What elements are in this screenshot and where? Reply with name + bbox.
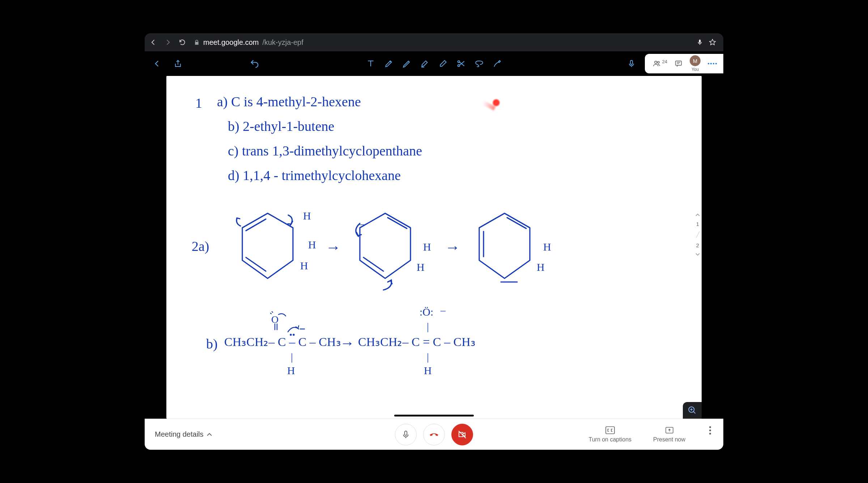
- carbanion-detail: [286, 324, 311, 342]
- address-bar[interactable]: meet.google.com/kuk-yzja-epf: [192, 38, 692, 47]
- you-label: You: [692, 67, 699, 72]
- present-icon: [665, 426, 674, 434]
- forward-button[interactable]: [163, 37, 173, 47]
- text-tool-icon[interactable]: [365, 58, 376, 69]
- formula-left: CH₃CH₂– C – C – CH₃: [224, 335, 341, 349]
- captions-label: Turn on captions: [588, 436, 631, 443]
- page-total: 2: [696, 242, 699, 248]
- chat-button[interactable]: [675, 60, 682, 68]
- h-label-7: H: [537, 261, 545, 274]
- zoom-in-button[interactable]: [683, 402, 702, 419]
- formula-pipe-bottom: |: [427, 351, 429, 363]
- meeting-details-label: Meeting details: [155, 430, 204, 439]
- whiteboard: 1 a) C is 4-methyl-2-hexene b) 2-ethyl-1…: [166, 76, 702, 419]
- oxygen-right-minus: –: [441, 304, 446, 316]
- svg-rect-9: [405, 431, 407, 435]
- notes-toolbar: 24 M You: [145, 51, 723, 76]
- participants-button[interactable]: 24: [653, 60, 667, 68]
- page-current: 1: [696, 221, 699, 227]
- h-bottom-left: H: [287, 364, 295, 377]
- reload-button[interactable]: [177, 37, 187, 47]
- home-indicator: [394, 415, 474, 416]
- oxygen-right: :Ö:: [420, 306, 433, 319]
- h-label-3: H: [300, 260, 308, 272]
- chevron-down-icon: [695, 253, 700, 256]
- svg-point-4: [658, 61, 659, 63]
- undo-icon[interactable]: [249, 58, 260, 69]
- meet-controls-bar: Meeting details Turn on captions Present…: [145, 419, 723, 450]
- q1-number: 1: [195, 95, 202, 111]
- answer-1a: a) C is 4-methyl-2-hexene: [217, 94, 361, 110]
- answer-1b: b) 2-ethyl-1-butene: [228, 119, 334, 134]
- q2a-label: 2a): [192, 239, 209, 255]
- people-icon: [653, 60, 661, 68]
- lasso-tool-icon[interactable]: [473, 58, 485, 69]
- hexagon-diagram-1: [230, 206, 306, 289]
- meeting-details-button[interactable]: Meeting details: [155, 430, 212, 439]
- presentation-area: 1 a) C is 4-methyl-2-hexene b) 2-ethyl-1…: [145, 76, 723, 419]
- formula-arrow: →: [340, 335, 354, 351]
- h-label-1: H: [303, 210, 311, 222]
- chevron-up-icon: [207, 432, 212, 437]
- highlighter-tool-icon[interactable]: [419, 58, 431, 69]
- reaction-arrow-2: →: [445, 239, 460, 256]
- voice-search-icon[interactable]: [697, 39, 703, 46]
- h-label-6: H: [543, 241, 551, 253]
- camera-off-button[interactable]: [451, 424, 473, 445]
- svg-rect-5: [676, 61, 682, 65]
- present-button[interactable]: Present now: [653, 426, 685, 443]
- h-label-4: H: [423, 241, 431, 253]
- reaction-arrow-1: →: [326, 239, 341, 256]
- more-options-button[interactable]: [707, 426, 713, 435]
- url-host: meet.google.com: [203, 38, 259, 47]
- formula-right: CH₃CH₂– C = C – CH₃: [358, 335, 476, 349]
- browser-window: meet.google.com/kuk-yzja-epf: [145, 33, 723, 450]
- leave-call-button[interactable]: [423, 424, 445, 445]
- page-navigator[interactable]: 1 ╱ 2: [695, 213, 700, 256]
- h-label-5: H: [417, 261, 425, 274]
- svg-rect-10: [606, 427, 614, 434]
- svg-point-3: [655, 61, 657, 63]
- hexagon-diagram-3: [467, 206, 542, 289]
- browser-toolbar: meet.google.com/kuk-yzja-epf: [145, 33, 723, 51]
- lock-icon: [194, 39, 200, 45]
- back-button[interactable]: [148, 37, 158, 47]
- avatar: M: [690, 55, 701, 66]
- chat-icon: [675, 60, 682, 68]
- share-icon[interactable]: [172, 58, 184, 69]
- url-path: /kuk-yzja-epf: [262, 38, 303, 47]
- svg-point-6: [290, 334, 292, 335]
- hangup-icon: [429, 430, 439, 439]
- mute-mic-button[interactable]: [395, 424, 417, 445]
- captions-icon: [605, 426, 615, 434]
- formula-pipe-top: |: [427, 320, 429, 333]
- formula-pipe-1: |: [291, 351, 293, 363]
- scissors-tool-icon[interactable]: [455, 58, 467, 69]
- participant-count: 24: [662, 59, 667, 64]
- captions-button[interactable]: Turn on captions: [588, 426, 631, 443]
- laser-pointer: [492, 98, 501, 107]
- laser-tool-icon[interactable]: [492, 58, 503, 69]
- h-bottom-right: H: [424, 364, 432, 377]
- q2b-label: b): [206, 336, 218, 352]
- self-tile[interactable]: M You: [690, 55, 701, 72]
- pen-tool-icon[interactable]: [383, 58, 395, 69]
- pencil-tool-icon[interactable]: [401, 58, 413, 69]
- chevron-up-icon: [695, 213, 700, 217]
- participants-pill: 24 M You: [645, 54, 723, 73]
- microphone-icon[interactable]: [626, 58, 637, 69]
- eraser-tool-icon[interactable]: [437, 58, 449, 69]
- present-label: Present now: [653, 436, 685, 443]
- answer-1d: d) 1,1,4 - trimethylcyclohexane: [228, 168, 401, 184]
- minus-charge: –: [359, 218, 364, 230]
- more-tiles-icon[interactable]: [708, 63, 717, 64]
- svg-rect-2: [630, 60, 633, 64]
- bookmark-icon[interactable]: [709, 39, 716, 46]
- h-label-2: H: [308, 239, 316, 251]
- microphone-icon: [401, 430, 410, 439]
- camera-off-icon: [457, 430, 467, 439]
- back-icon[interactable]: [151, 58, 163, 69]
- zoom-in-icon: [688, 406, 697, 415]
- svg-point-7: [293, 334, 294, 335]
- answer-1c: c) trans 1,3-dimethylcyclopenthane: [228, 143, 422, 159]
